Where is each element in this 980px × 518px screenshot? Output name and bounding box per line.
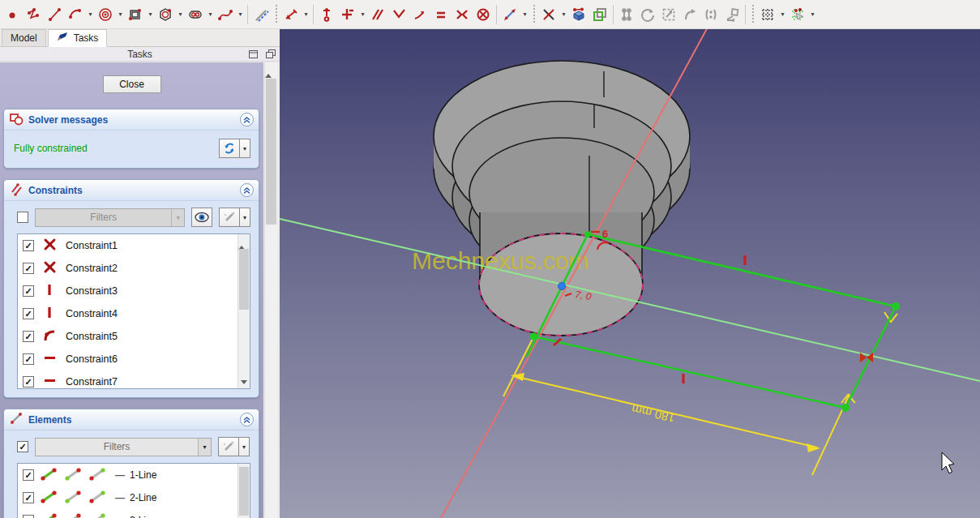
constraints-header[interactable]: Constraints [4,180,259,201]
constraint-row[interactable]: ✓ Constraint1 [18,234,250,257]
carbon-copy-icon[interactable] [589,3,610,26]
toolbar-separator [247,5,248,24]
constraint-row[interactable]: ✓ Constraint7 [18,370,250,389]
sketch-vertex[interactable] [892,302,900,310]
constraint-row[interactable]: ✓ Constraint4 [18,302,250,325]
construction-mode-icon[interactable] [250,3,272,26]
constrain-block-icon[interactable] [473,3,494,26]
polygon-icon[interactable] [155,3,176,26]
toggle-snap-icon[interactable] [787,3,808,26]
rectangle-icon[interactable] [125,3,146,26]
toggle-grid-dropdown[interactable]: ▾ [778,3,787,26]
dimension-icon[interactable] [280,3,302,26]
constraint-row[interactable]: ✓ Constraint3 [18,280,250,302]
auto-update-button[interactable] [219,139,240,158]
constrain-horizontal-vertical-icon[interactable] [337,3,358,26]
sketch-vertex[interactable] [530,333,537,340]
solver-messages-title: Solver messages [28,114,235,126]
elements-filter-checkbox[interactable]: ✓ [17,441,28,452]
toggle-snap-dropdown[interactable]: ▾ [808,3,817,26]
clone-icon[interactable] [700,3,721,26]
scale-icon[interactable] [658,3,679,26]
constraint-checkbox[interactable]: ✓ [23,240,34,251]
offset-icon[interactable] [679,3,700,26]
collapse-solver-button[interactable] [240,113,254,126]
constrain-distance-dropdown[interactable]: ▾ [520,3,529,26]
elements-settings-button[interactable] [218,437,239,456]
arc-icon[interactable] [65,3,86,26]
collapse-constraints-button[interactable] [240,183,254,197]
constrain-symmetric-icon[interactable] [451,3,473,26]
trim-edge-icon[interactable] [538,3,559,26]
element-checkbox[interactable]: ✓ [23,492,34,503]
element-row[interactable]: ✓ — 2-Line [18,486,250,509]
constraints-list-scrollbar[interactable] [238,234,250,388]
float-icon[interactable] [265,49,276,59]
toggle-driving-constraint-icon[interactable] [616,3,637,26]
constraint-checkbox[interactable]: ✓ [23,308,34,319]
constraint-checkbox[interactable]: ✓ [23,331,34,342]
constraint-row[interactable]: ✓ Constraint6 [18,348,250,370]
element-row[interactable]: ✓ — 1-Line [18,464,250,486]
polygon-dropdown[interactable]: ▾ [176,3,185,26]
element-checkbox[interactable]: ✓ [23,515,34,518]
rectangle-dropdown[interactable]: ▾ [146,3,155,26]
elements-section: Elements ✓ Filters ▾ ▾ ✓ [3,409,259,518]
close-button[interactable]: Close [103,75,161,93]
dimension-dropdown[interactable]: ▾ [302,3,310,26]
circle-icon[interactable] [95,3,116,26]
elements-header[interactable]: Elements [4,409,259,430]
circle-dropdown[interactable]: ▾ [116,3,125,26]
element-checkbox[interactable]: ✓ [23,469,34,481]
constraint-row[interactable]: ✓ Constraint2 [18,257,250,280]
rectangular-array-icon[interactable] [721,3,742,26]
elements-list-scrollbar[interactable] [238,464,250,518]
constraints-settings-dropdown[interactable]: ▾ [240,208,250,227]
panel-scrollbar[interactable] [264,62,277,518]
auto-update-dropdown[interactable]: ▾ [240,139,250,158]
collapse-elements-button[interactable] [240,413,254,426]
dock-icon[interactable] [247,49,259,59]
external-geometry-icon[interactable] [568,3,589,26]
show-hide-constraints-button[interactable] [191,208,212,227]
constrain-parallel-icon[interactable] [367,3,388,26]
tab-tasks[interactable]: Tasks [48,29,108,47]
element-dash: — [115,492,125,503]
tab-model[interactable]: Model [2,29,46,46]
slot-icon[interactable] [185,3,206,26]
constraint-checkbox[interactable]: ✓ [23,353,34,365]
elements-settings-dropdown[interactable]: ▾ [239,437,250,456]
element-row[interactable]: ✓ — 3-Line [18,509,250,518]
constraint-mark-6: 6 [602,228,608,240]
sketch-vertex[interactable] [584,231,591,238]
constrain-tangent-icon[interactable] [409,3,430,26]
constraints-filter-combobox[interactable]: Filters ▾ [35,208,185,227]
constraint-checkbox[interactable]: ✓ [23,263,34,274]
constraints-settings-button[interactable] [219,208,240,227]
constrain-perpendicular-icon[interactable] [388,3,409,26]
viewport-3d[interactable]: Mechnexus.com 180 mm 6 7, 0 [280,29,980,518]
constraint-checkbox[interactable]: ✓ [23,285,34,297]
constraint-checkbox[interactable]: ✓ [23,376,34,387]
constrain-distance-icon[interactable] [499,3,520,26]
constrain-equal-icon[interactable] [430,3,451,26]
constraint-row[interactable]: ✓ Constraint5 [18,325,250,348]
slot-dropdown[interactable]: ▾ [206,3,215,26]
b-spline-dropdown[interactable]: ▾ [236,3,245,26]
rotate-icon[interactable] [637,3,658,26]
constraints-filter-checkbox[interactable] [17,212,28,223]
elements-filter-combobox[interactable]: Filters ▾ [35,438,212,456]
point-icon[interactable] [2,3,23,26]
arc-dropdown[interactable]: ▾ [86,3,95,26]
constrain-horizontal-vertical-dropdown[interactable]: ▾ [358,3,367,26]
trim-edge-dropdown[interactable]: ▾ [559,3,568,26]
sketch-vertex[interactable] [841,404,849,412]
toggle-grid-icon[interactable] [757,3,778,26]
solver-messages-header[interactable]: Solver messages [4,109,259,131]
origin-point[interactable] [558,283,566,290]
constrain-coincident-icon[interactable] [316,3,337,26]
line-icon[interactable] [44,3,65,26]
tab-model-label: Model [11,32,37,44]
polyline-icon[interactable] [23,3,44,26]
b-spline-icon[interactable] [215,3,236,26]
